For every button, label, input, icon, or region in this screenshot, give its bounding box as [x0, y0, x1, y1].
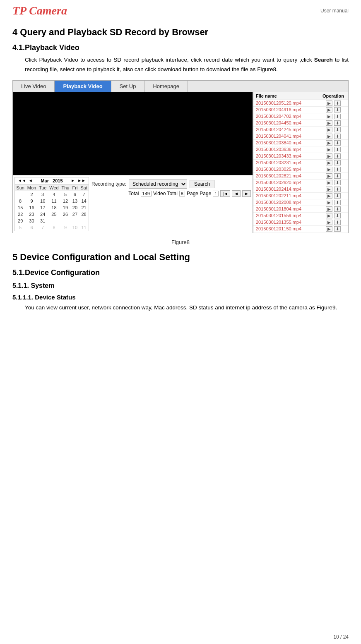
download-button[interactable]: ⬇	[334, 193, 341, 199]
play-button[interactable]: ▶	[326, 200, 332, 205]
cal-cell[interactable]: 16	[26, 204, 37, 211]
download-button[interactable]: ⬇	[334, 173, 341, 179]
table-row[interactable]: 20150301204041.mp4▶⬇	[253, 133, 348, 140]
download-button[interactable]: ⬇	[334, 226, 341, 232]
table-row[interactable]: 20150301201150.mp4▶⬇	[253, 226, 348, 232]
cal-cell[interactable]: 7	[79, 191, 89, 198]
download-button[interactable]: ⬇	[334, 120, 341, 126]
table-row[interactable]: 20150301202008.mp4▶⬇	[253, 199, 348, 206]
cal-cell[interactable]: 20	[71, 204, 79, 211]
cal-cell[interactable]: 9	[60, 224, 71, 231]
download-button[interactable]: ⬇	[334, 160, 341, 165]
cal-cell[interactable]: 15	[15, 204, 26, 211]
download-button[interactable]: ⬇	[334, 107, 341, 113]
table-row[interactable]: 20150301203231.mp4▶⬇	[253, 160, 348, 166]
cal-cell[interactable]: 19	[60, 204, 71, 211]
download-button[interactable]: ⬇	[334, 153, 341, 159]
download-button[interactable]: ⬇	[334, 180, 341, 185]
cal-cell[interactable]: 18	[48, 204, 60, 211]
download-button[interactable]: ⬇	[334, 187, 341, 192]
cal-cell[interactable]: 24	[38, 211, 48, 218]
table-row[interactable]: 20150301201804.mp4▶⬇	[253, 206, 348, 213]
cal-cell[interactable]: 30	[26, 218, 37, 224]
cal-cell[interactable]: 6	[71, 191, 79, 198]
tab-playback-video[interactable]: Playback Video	[55, 81, 111, 92]
table-row[interactable]: 20150301202211.mp4▶⬇	[253, 193, 348, 199]
cal-next-month[interactable]: ►	[70, 178, 76, 183]
download-button[interactable]: ⬇	[334, 101, 341, 106]
cal-cell[interactable]: 11	[79, 224, 89, 231]
play-button[interactable]: ▶	[326, 226, 332, 232]
table-row[interactable]: 20150301202414.mp4▶⬇	[253, 186, 348, 193]
cal-cell[interactable]: 22	[15, 211, 26, 218]
download-button[interactable]: ⬇	[334, 167, 341, 172]
cal-cell[interactable]: 5	[60, 191, 71, 198]
cal-cell[interactable]: 5	[15, 224, 26, 231]
play-button[interactable]: ▶	[326, 107, 332, 113]
cal-cell[interactable]: 6	[26, 224, 37, 231]
cal-cell[interactable]: 23	[26, 211, 37, 218]
page-first[interactable]: |◄	[220, 190, 230, 197]
table-row[interactable]: 20150301202821.mp4▶⬇	[253, 173, 348, 180]
table-row[interactable]: 20150301202620.mp4▶⬇	[253, 180, 348, 186]
table-row[interactable]: 20150301201355.mp4▶⬇	[253, 219, 348, 226]
tab-homepage[interactable]: Homepage	[144, 81, 188, 92]
download-button[interactable]: ⬇	[334, 147, 341, 152]
play-button[interactable]: ▶	[326, 193, 332, 199]
play-button[interactable]: ▶	[326, 220, 332, 225]
download-button[interactable]: ⬇	[334, 206, 341, 212]
page-prev[interactable]: ◄	[232, 190, 241, 197]
cal-cell[interactable]: 14	[79, 198, 89, 204]
cal-cell[interactable]: 21	[79, 204, 89, 211]
table-row[interactable]: 20150301201559.mp4▶⬇	[253, 213, 348, 219]
play-button[interactable]: ▶	[326, 147, 332, 152]
cal-prev-year[interactable]: ◄◄	[17, 178, 27, 183]
cal-prev-month[interactable]: ◄	[27, 178, 34, 183]
table-row[interactable]: 20150301204916.mp4▶⬇	[253, 107, 348, 113]
download-button[interactable]: ⬇	[334, 134, 341, 139]
cal-cell[interactable]: 11	[48, 198, 60, 204]
table-row[interactable]: 20150301203433.mp4▶⬇	[253, 153, 348, 160]
cal-cell[interactable]: 13	[71, 198, 79, 204]
play-button[interactable]: ▶	[326, 127, 332, 132]
table-row[interactable]: 20150301203025.mp4▶⬇	[253, 166, 348, 173]
table-row[interactable]: 20150301203840.mp4▶⬇	[253, 140, 348, 146]
cal-cell[interactable]: 8	[48, 224, 60, 231]
download-button[interactable]: ⬇	[334, 140, 341, 146]
cal-next-year[interactable]: ►►	[76, 178, 87, 183]
cal-cell[interactable]: 4	[48, 191, 60, 198]
table-row[interactable]: 20150301204450.mp4▶⬇	[253, 120, 348, 127]
play-button[interactable]: ▶	[326, 134, 332, 139]
cal-cell[interactable]: 29	[15, 218, 26, 224]
page-next[interactable]: ►	[242, 190, 251, 197]
play-button[interactable]: ▶	[326, 187, 332, 192]
table-row[interactable]: 20150301203636.mp4▶⬇	[253, 146, 348, 153]
recording-type-select[interactable]: Scheduled recording	[129, 180, 187, 189]
tab-set-up[interactable]: Set Up	[111, 81, 145, 92]
download-button[interactable]: ⬇	[334, 220, 341, 225]
cal-cell[interactable]: 10	[38, 198, 48, 204]
cal-cell[interactable]: 3	[38, 191, 48, 198]
tab-live-video[interactable]: Live Video	[13, 81, 55, 92]
download-button[interactable]: ⬇	[334, 213, 341, 218]
play-button[interactable]: ▶	[326, 101, 332, 106]
cal-cell[interactable]: 27	[71, 211, 79, 218]
cal-cell[interactable]: 9	[26, 198, 37, 204]
play-button[interactable]: ▶	[326, 120, 332, 126]
download-button[interactable]: ⬇	[334, 200, 341, 205]
cal-cell[interactable]: 25	[48, 211, 60, 218]
play-button[interactable]: ▶	[326, 167, 332, 172]
table-row[interactable]: 20150301205120.mp4▶⬇	[253, 100, 348, 107]
play-button[interactable]: ▶	[326, 153, 332, 159]
download-button[interactable]: ⬇	[334, 127, 341, 132]
play-button[interactable]: ▶	[326, 213, 332, 218]
play-button[interactable]: ▶	[326, 180, 332, 185]
play-button[interactable]: ▶	[326, 206, 332, 212]
download-button[interactable]: ⬇	[334, 114, 341, 119]
cal-cell[interactable]: 17	[38, 204, 48, 211]
table-row[interactable]: 20150301204245.mp4▶⬇	[253, 127, 348, 133]
cal-cell[interactable]: 7	[38, 224, 48, 231]
cal-cell[interactable]: 26	[60, 211, 71, 218]
cal-cell[interactable]: 10	[71, 224, 79, 231]
play-button[interactable]: ▶	[326, 114, 332, 119]
